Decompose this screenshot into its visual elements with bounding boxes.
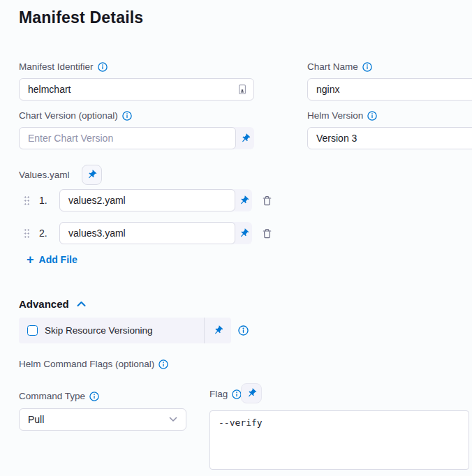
pin-icon [237, 131, 252, 145]
chevron-down-icon [169, 417, 177, 422]
pin-icon [244, 386, 258, 401]
multi-type-pin-button[interactable] [205, 318, 231, 343]
chart-name-input[interactable] [307, 78, 472, 101]
pin-icon [84, 168, 99, 182]
chart-version-label-text: Chart Version (optional) [19, 110, 118, 121]
file-index: 2. [39, 228, 47, 239]
info-icon[interactable] [367, 111, 377, 121]
helm-command-flags-label-text: Helm Command Flags (optional) [19, 359, 154, 369]
multi-type-pin-button[interactable] [235, 189, 252, 211]
edit-identifier-icon[interactable] [237, 84, 248, 95]
info-icon[interactable] [122, 111, 132, 121]
trash-icon [261, 228, 273, 239]
values-file-input[interactable] [59, 189, 235, 211]
drag-handle-icon[interactable] [23, 228, 29, 239]
advanced-section-toggle[interactable]: Advanced [19, 298, 86, 310]
values-yaml-label-text: Values.yaml [19, 170, 70, 180]
values-yaml-label: Values.yaml [19, 170, 70, 180]
page-title: Manifest Details [19, 8, 143, 27]
chart-version-input[interactable] [19, 127, 236, 149]
multi-type-pin-button[interactable] [236, 127, 254, 149]
chevron-up-icon [77, 301, 86, 307]
helm-version-field: Version 3 [307, 127, 472, 149]
values-yaml-pin-button[interactable] [82, 165, 102, 185]
info-icon[interactable] [98, 62, 108, 72]
helm-version-label: Helm Version [307, 110, 377, 121]
manifest-identifier-input[interactable] [19, 78, 254, 101]
manifest-identifier-field [19, 78, 254, 101]
values-file-field [59, 222, 252, 244]
flag-label-text: Flag [209, 389, 228, 399]
command-type-label-text: Command Type [19, 391, 85, 401]
values-file-input[interactable] [59, 222, 235, 244]
chart-name-label: Chart Name [307, 61, 372, 72]
file-index: 1. [39, 195, 47, 206]
add-file-button[interactable]: + Add File [27, 254, 78, 265]
info-icon[interactable] [89, 392, 99, 401]
add-file-label: Add File [39, 254, 78, 265]
chart-name-label-text: Chart Name [307, 61, 358, 72]
skip-resource-versioning-checkbox[interactable] [27, 325, 38, 336]
chart-name-field [307, 78, 472, 101]
pin-icon [210, 323, 225, 338]
info-icon[interactable] [238, 325, 249, 336]
multi-type-pin-button[interactable] [235, 222, 252, 244]
advanced-label: Advanced [19, 298, 69, 310]
pin-icon [236, 225, 251, 240]
helm-version-select[interactable]: Version 3 [307, 127, 472, 149]
manifest-identifier-label: Manifest Identifier [19, 61, 108, 72]
manifest-identifier-label-text: Manifest Identifier [19, 61, 94, 72]
chart-version-label: Chart Version (optional) [19, 110, 132, 121]
command-type-select[interactable]: Pull [19, 408, 186, 431]
flag-textarea[interactable]: --verify [209, 410, 469, 470]
flag-label: Flag [209, 389, 242, 399]
trash-icon [261, 195, 273, 207]
info-icon[interactable] [158, 359, 168, 369]
skip-resource-versioning-row: Skip Resource Versioning [19, 318, 231, 343]
delete-file-button[interactable] [259, 225, 274, 241]
helm-version-label-text: Helm Version [307, 110, 363, 121]
drag-handle-icon[interactable] [23, 195, 29, 206]
skip-resource-versioning-label: Skip Resource Versioning [45, 325, 204, 336]
flag-pin-button[interactable] [241, 383, 262, 403]
command-type-field: Pull [19, 408, 186, 431]
delete-file-button[interactable] [259, 193, 274, 208]
command-type-value: Pull [28, 414, 44, 425]
command-type-label: Command Type [19, 391, 99, 401]
helm-version-value: Version 3 [316, 133, 357, 144]
chart-version-field [19, 127, 254, 149]
info-icon[interactable] [362, 62, 372, 72]
plus-icon: + [27, 255, 34, 265]
pin-icon [236, 193, 251, 207]
helm-command-flags-label: Helm Command Flags (optional) [19, 359, 168, 369]
values-file-field [59, 189, 252, 211]
